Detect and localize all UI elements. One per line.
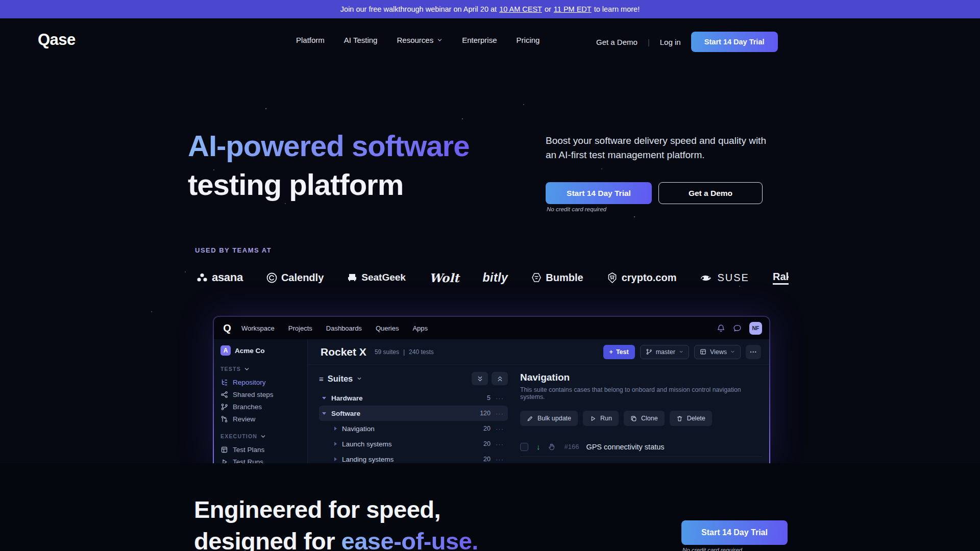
banner-link-edt[interactable]: 11 PM EDT (554, 5, 592, 13)
row-more-icon[interactable]: ··· (491, 394, 504, 402)
app-bar-right: NF (717, 322, 762, 335)
run-button[interactable]: Run (583, 411, 619, 426)
banner-link-cest[interactable]: 10 AM CEST (499, 5, 542, 13)
sidebar-item-branches[interactable]: Branches (220, 400, 301, 413)
caret-right-icon[interactable] (334, 442, 337, 446)
app-nav-dashboards[interactable]: Dashboards (326, 324, 362, 332)
add-test-button[interactable]: + Test (603, 345, 635, 359)
logo-wolt: Wolt (429, 271, 459, 285)
nav-item-pricing[interactable]: Pricing (517, 36, 540, 44)
project-title: Rocket X (321, 346, 366, 358)
play-icon (590, 415, 596, 422)
suites-toolbar (472, 372, 508, 385)
nav-right: Get a Demo | Log in Start 14 Day Trial (596, 32, 778, 52)
caret-right-icon[interactable] (334, 457, 337, 461)
bulk-update-button[interactable]: Bulk update (520, 411, 578, 426)
suite-row-landing-systems[interactable]: Landing systems 20 ··· (319, 452, 508, 464)
row-more-icon[interactable]: ··· (491, 410, 504, 417)
suite-row-launch-systems[interactable]: Launch systems 20 ··· (319, 436, 508, 452)
bell-icon[interactable] (717, 324, 725, 333)
expand-all-button[interactable] (472, 372, 488, 385)
qase-app-logo[interactable]: Q (221, 322, 233, 334)
bottom-trial-button[interactable]: Start 14 Day Trial (681, 520, 788, 545)
views-button[interactable]: Views (694, 345, 741, 359)
nav-item-resources[interactable]: Resources (397, 36, 443, 44)
plus-icon: + (609, 348, 613, 356)
chat-icon[interactable] (733, 324, 742, 333)
nav-separator: | (648, 38, 650, 46)
suite-row-navigation[interactable]: Navigation 20 ··· (319, 421, 508, 436)
no-credit-card-note: No credit card required (547, 206, 606, 212)
suite-row-software[interactable]: Software 120 ··· (319, 406, 508, 421)
delete-button[interactable]: Delete (670, 411, 712, 426)
suite-detail-description: This suite contains cases that belong to… (520, 386, 762, 400)
row-more-icon[interactable]: ··· (491, 425, 504, 433)
asana-icon (197, 272, 208, 283)
sidebar-item-shared-steps[interactable]: Shared steps (220, 388, 301, 400)
user-avatar[interactable]: NF (749, 322, 762, 335)
banner-text: Join our free walkthrough webinar on Apr… (340, 5, 497, 13)
qase-logo[interactable]: Qase (38, 31, 76, 49)
pencil-icon (527, 415, 533, 422)
logo-suse: SUSE (700, 272, 749, 284)
menu-icon: ≡ (319, 374, 324, 383)
app-nav-queries[interactable]: Queries (376, 324, 399, 332)
suse-chameleon-icon (700, 273, 713, 282)
table-icon (220, 446, 228, 454)
suites-tree: Hardware 5 ··· Software 120 ··· (319, 390, 508, 464)
severity-arrow-icon: ↓ (536, 442, 541, 451)
nav-item-platform[interactable]: Platform (296, 36, 325, 44)
clone-button[interactable]: Clone (624, 411, 665, 426)
app-nav-workspace[interactable]: Workspace (241, 324, 275, 332)
chevron-down-icon[interactable] (357, 376, 362, 381)
chevron-down-icon (260, 434, 266, 439)
hero-subtitle: Boost your software delivery speed and q… (546, 134, 775, 162)
app-nav-apps[interactable]: Apps (412, 324, 428, 332)
more-options-button[interactable]: ··· (746, 345, 761, 359)
caret-right-icon[interactable] (334, 427, 337, 431)
logo-asana: asana (197, 271, 243, 284)
sidebar-item-review[interactable]: Review (220, 413, 301, 425)
hero-trial-button[interactable]: Start 14 Day Trial (546, 182, 652, 204)
caret-down-icon[interactable] (322, 412, 326, 415)
case-checkbox[interactable] (520, 443, 528, 451)
manual-hand-icon (548, 443, 555, 450)
sidebar-section-execution[interactable]: EXECUTION (220, 433, 301, 439)
bumble-icon (531, 272, 542, 283)
share-icon (220, 391, 228, 398)
suite-row-hardware[interactable]: Hardware 5 ··· (319, 390, 508, 406)
logo-seatgeek: SeatGeek (347, 272, 406, 283)
sidebar-item-test-plans[interactable]: Test Plans (220, 443, 301, 456)
test-case-row[interactable]: ↓ #166 GPS connectivity status (520, 439, 762, 457)
get-demo-link[interactable]: Get a Demo (596, 38, 638, 46)
suite-detail-panel: Navigation This suite contains cases tha… (515, 365, 769, 464)
page: Join our free walkthrough webinar on Apr… (0, 0, 980, 551)
nav-links: Platform AI Testing Resources Enterprise… (296, 36, 540, 44)
project-content: ≡ Suites (308, 365, 769, 464)
crypto-icon (607, 272, 618, 283)
collapse-all-button[interactable] (492, 372, 508, 385)
login-link[interactable]: Log in (660, 38, 681, 46)
caret-down-icon[interactable] (322, 397, 326, 399)
branch-select-button[interactable]: master (640, 345, 689, 359)
hero-demo-button[interactable]: Get a Demo (658, 182, 763, 204)
sidebar-section-tests[interactable]: TESTS (220, 366, 301, 372)
sidebar-item-test-runs[interactable]: Test Runs (220, 456, 301, 464)
row-more-icon[interactable]: ··· (491, 456, 504, 463)
app-top-bar: Q Workspace Projects Dashboards Queries … (214, 317, 769, 339)
used-by-label: USED BY TEAMS AT (195, 246, 272, 254)
row-more-icon[interactable]: ··· (491, 440, 504, 448)
hero-title-gradient: AI-powered software (188, 129, 469, 162)
nav-item-enterprise[interactable]: Enterprise (462, 36, 497, 44)
git-branch-icon (220, 403, 228, 411)
app-nav-projects[interactable]: Projects (288, 324, 312, 332)
sidebar-item-repository[interactable]: Repository (220, 376, 301, 388)
org-switcher[interactable]: A Acme Co (220, 345, 301, 356)
nav-item-ai-testing[interactable]: AI Testing (344, 36, 378, 44)
start-trial-button[interactable]: Start 14 Day Trial (691, 32, 778, 52)
git-branch-icon (646, 348, 652, 355)
suites-header: ≡ Suites (319, 372, 508, 385)
chevron-down-icon (679, 349, 683, 354)
app-sidebar: A Acme Co TESTS Repository Shared steps (214, 339, 308, 464)
banner-text-end: to learn more! (594, 5, 640, 13)
